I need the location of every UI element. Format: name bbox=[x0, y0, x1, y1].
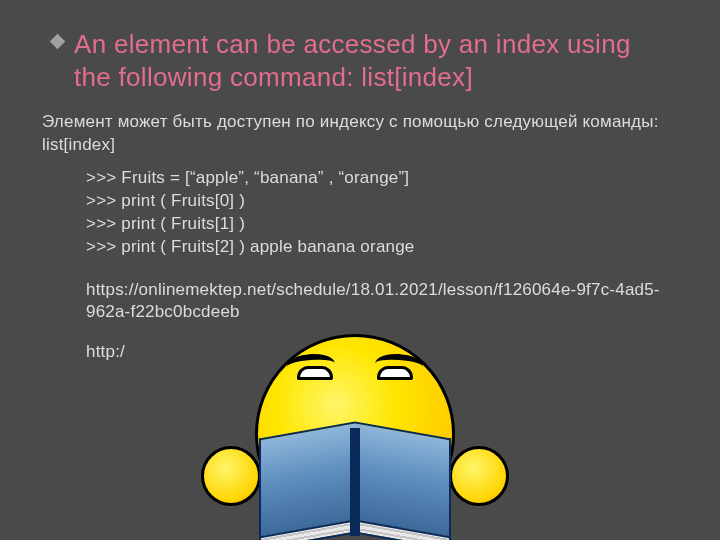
title-bullet-icon bbox=[50, 34, 66, 50]
reading-emoji-image bbox=[205, 358, 505, 534]
slide: An element can be accessed by an index u… bbox=[0, 0, 720, 540]
slide-subtitle-ru: Элемент может быть доступен по индексу с… bbox=[42, 111, 680, 157]
code-line-4: >>> print ( Fruits[2] ) apple banana ora… bbox=[86, 236, 660, 259]
code-example: >>> Fruits = [“apple”, “banana” , “orang… bbox=[86, 167, 660, 259]
code-line-3: >>> print ( Fruits[1] ) bbox=[86, 213, 660, 236]
emoji-book-icon bbox=[255, 428, 455, 536]
slide-title: An element can be accessed by an index u… bbox=[74, 28, 660, 93]
emoji-hand-icon bbox=[449, 446, 509, 506]
code-line-2: >>> print ( Fruits[0] ) bbox=[86, 190, 660, 213]
emoji-hand-icon bbox=[201, 446, 261, 506]
link-1: https://onlinemektep.net/schedule/18.01.… bbox=[86, 279, 660, 323]
code-line-1: >>> Fruits = [“apple”, “banana” , “orang… bbox=[86, 167, 660, 190]
